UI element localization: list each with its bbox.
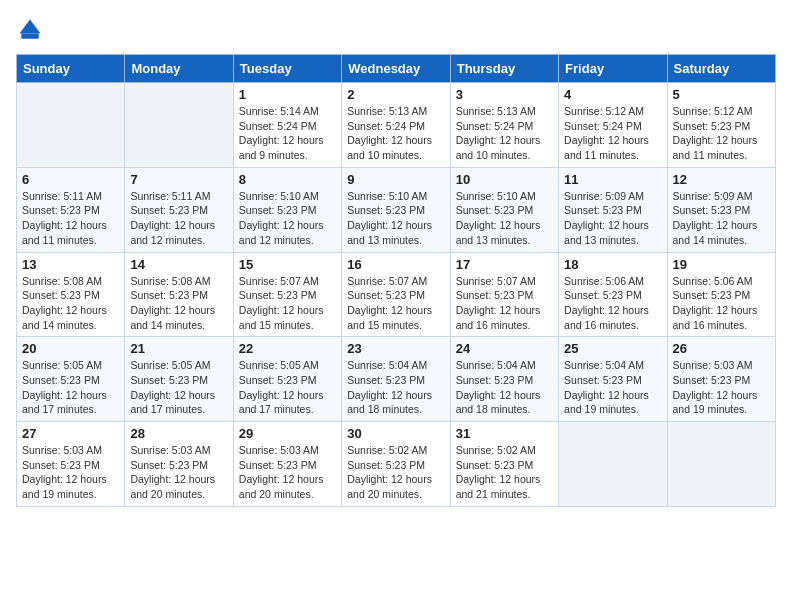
day-info: Sunrise: 5:14 AM Sunset: 5:24 PM Dayligh… [239,104,336,163]
calendar-day-cell: 27Sunrise: 5:03 AM Sunset: 5:23 PM Dayli… [17,422,125,507]
day-number: 18 [564,257,661,272]
day-info: Sunrise: 5:07 AM Sunset: 5:23 PM Dayligh… [239,274,336,333]
calendar-week-row: 6Sunrise: 5:11 AM Sunset: 5:23 PM Daylig… [17,167,776,252]
day-number: 27 [22,426,119,441]
calendar-day-cell: 23Sunrise: 5:04 AM Sunset: 5:23 PM Dayli… [342,337,450,422]
day-info: Sunrise: 5:03 AM Sunset: 5:23 PM Dayligh… [239,443,336,502]
day-info: Sunrise: 5:06 AM Sunset: 5:23 PM Dayligh… [564,274,661,333]
day-number: 13 [22,257,119,272]
day-number: 7 [130,172,227,187]
weekday-header-cell: Friday [559,55,667,83]
day-number: 16 [347,257,444,272]
weekday-header-row: SundayMondayTuesdayWednesdayThursdayFrid… [17,55,776,83]
day-number: 20 [22,341,119,356]
day-info: Sunrise: 5:02 AM Sunset: 5:23 PM Dayligh… [347,443,444,502]
calendar-day-cell: 21Sunrise: 5:05 AM Sunset: 5:23 PM Dayli… [125,337,233,422]
weekday-header-cell: Monday [125,55,233,83]
calendar-day-cell [125,83,233,168]
calendar-week-row: 13Sunrise: 5:08 AM Sunset: 5:23 PM Dayli… [17,252,776,337]
day-info: Sunrise: 5:05 AM Sunset: 5:23 PM Dayligh… [22,358,119,417]
calendar-day-cell: 18Sunrise: 5:06 AM Sunset: 5:23 PM Dayli… [559,252,667,337]
calendar-day-cell: 14Sunrise: 5:08 AM Sunset: 5:23 PM Dayli… [125,252,233,337]
calendar-day-cell: 5Sunrise: 5:12 AM Sunset: 5:23 PM Daylig… [667,83,775,168]
day-number: 25 [564,341,661,356]
day-info: Sunrise: 5:04 AM Sunset: 5:23 PM Dayligh… [564,358,661,417]
calendar-day-cell: 1Sunrise: 5:14 AM Sunset: 5:24 PM Daylig… [233,83,341,168]
day-number: 19 [673,257,770,272]
day-number: 28 [130,426,227,441]
day-number: 3 [456,87,553,102]
calendar-day-cell: 11Sunrise: 5:09 AM Sunset: 5:23 PM Dayli… [559,167,667,252]
day-info: Sunrise: 5:04 AM Sunset: 5:23 PM Dayligh… [347,358,444,417]
day-number: 12 [673,172,770,187]
day-info: Sunrise: 5:11 AM Sunset: 5:23 PM Dayligh… [130,189,227,248]
calendar-day-cell: 30Sunrise: 5:02 AM Sunset: 5:23 PM Dayli… [342,422,450,507]
calendar-week-row: 27Sunrise: 5:03 AM Sunset: 5:23 PM Dayli… [17,422,776,507]
weekday-header-cell: Saturday [667,55,775,83]
day-info: Sunrise: 5:03 AM Sunset: 5:23 PM Dayligh… [673,358,770,417]
page-header [16,16,776,44]
day-number: 9 [347,172,444,187]
svg-marker-0 [20,20,41,34]
day-number: 15 [239,257,336,272]
day-info: Sunrise: 5:10 AM Sunset: 5:23 PM Dayligh… [239,189,336,248]
day-info: Sunrise: 5:10 AM Sunset: 5:23 PM Dayligh… [456,189,553,248]
calendar-day-cell: 26Sunrise: 5:03 AM Sunset: 5:23 PM Dayli… [667,337,775,422]
weekday-header-cell: Wednesday [342,55,450,83]
day-number: 11 [564,172,661,187]
day-number: 30 [347,426,444,441]
day-info: Sunrise: 5:12 AM Sunset: 5:24 PM Dayligh… [564,104,661,163]
calendar-day-cell: 31Sunrise: 5:02 AM Sunset: 5:23 PM Dayli… [450,422,558,507]
day-number: 23 [347,341,444,356]
calendar-day-cell: 28Sunrise: 5:03 AM Sunset: 5:23 PM Dayli… [125,422,233,507]
calendar-day-cell: 20Sunrise: 5:05 AM Sunset: 5:23 PM Dayli… [17,337,125,422]
calendar-day-cell [17,83,125,168]
day-number: 4 [564,87,661,102]
day-info: Sunrise: 5:13 AM Sunset: 5:24 PM Dayligh… [347,104,444,163]
day-info: Sunrise: 5:07 AM Sunset: 5:23 PM Dayligh… [347,274,444,333]
day-info: Sunrise: 5:09 AM Sunset: 5:23 PM Dayligh… [673,189,770,248]
calendar-week-row: 20Sunrise: 5:05 AM Sunset: 5:23 PM Dayli… [17,337,776,422]
day-info: Sunrise: 5:02 AM Sunset: 5:23 PM Dayligh… [456,443,553,502]
day-info: Sunrise: 5:10 AM Sunset: 5:23 PM Dayligh… [347,189,444,248]
calendar-day-cell: 24Sunrise: 5:04 AM Sunset: 5:23 PM Dayli… [450,337,558,422]
day-info: Sunrise: 5:05 AM Sunset: 5:23 PM Dayligh… [130,358,227,417]
calendar-day-cell: 25Sunrise: 5:04 AM Sunset: 5:23 PM Dayli… [559,337,667,422]
day-info: Sunrise: 5:05 AM Sunset: 5:23 PM Dayligh… [239,358,336,417]
calendar-day-cell: 15Sunrise: 5:07 AM Sunset: 5:23 PM Dayli… [233,252,341,337]
calendar-day-cell [667,422,775,507]
day-number: 24 [456,341,553,356]
calendar-body: 1Sunrise: 5:14 AM Sunset: 5:24 PM Daylig… [17,83,776,507]
calendar-day-cell: 12Sunrise: 5:09 AM Sunset: 5:23 PM Dayli… [667,167,775,252]
day-number: 29 [239,426,336,441]
calendar-day-cell: 7Sunrise: 5:11 AM Sunset: 5:23 PM Daylig… [125,167,233,252]
day-info: Sunrise: 5:13 AM Sunset: 5:24 PM Dayligh… [456,104,553,163]
day-number: 22 [239,341,336,356]
calendar-week-row: 1Sunrise: 5:14 AM Sunset: 5:24 PM Daylig… [17,83,776,168]
weekday-header-cell: Sunday [17,55,125,83]
day-number: 21 [130,341,227,356]
day-info: Sunrise: 5:08 AM Sunset: 5:23 PM Dayligh… [22,274,119,333]
calendar-day-cell: 6Sunrise: 5:11 AM Sunset: 5:23 PM Daylig… [17,167,125,252]
day-number: 31 [456,426,553,441]
day-number: 10 [456,172,553,187]
calendar-day-cell [559,422,667,507]
weekday-header-cell: Tuesday [233,55,341,83]
calendar-day-cell: 3Sunrise: 5:13 AM Sunset: 5:24 PM Daylig… [450,83,558,168]
calendar-day-cell: 29Sunrise: 5:03 AM Sunset: 5:23 PM Dayli… [233,422,341,507]
calendar-day-cell: 10Sunrise: 5:10 AM Sunset: 5:23 PM Dayli… [450,167,558,252]
day-info: Sunrise: 5:09 AM Sunset: 5:23 PM Dayligh… [564,189,661,248]
calendar-day-cell: 2Sunrise: 5:13 AM Sunset: 5:24 PM Daylig… [342,83,450,168]
day-number: 5 [673,87,770,102]
calendar-day-cell: 19Sunrise: 5:06 AM Sunset: 5:23 PM Dayli… [667,252,775,337]
svg-rect-1 [21,34,39,39]
day-info: Sunrise: 5:06 AM Sunset: 5:23 PM Dayligh… [673,274,770,333]
day-info: Sunrise: 5:03 AM Sunset: 5:23 PM Dayligh… [22,443,119,502]
calendar-day-cell: 17Sunrise: 5:07 AM Sunset: 5:23 PM Dayli… [450,252,558,337]
calendar-day-cell: 13Sunrise: 5:08 AM Sunset: 5:23 PM Dayli… [17,252,125,337]
calendar-day-cell: 8Sunrise: 5:10 AM Sunset: 5:23 PM Daylig… [233,167,341,252]
day-number: 8 [239,172,336,187]
calendar-day-cell: 4Sunrise: 5:12 AM Sunset: 5:24 PM Daylig… [559,83,667,168]
calendar-table: SundayMondayTuesdayWednesdayThursdayFrid… [16,54,776,507]
day-info: Sunrise: 5:03 AM Sunset: 5:23 PM Dayligh… [130,443,227,502]
